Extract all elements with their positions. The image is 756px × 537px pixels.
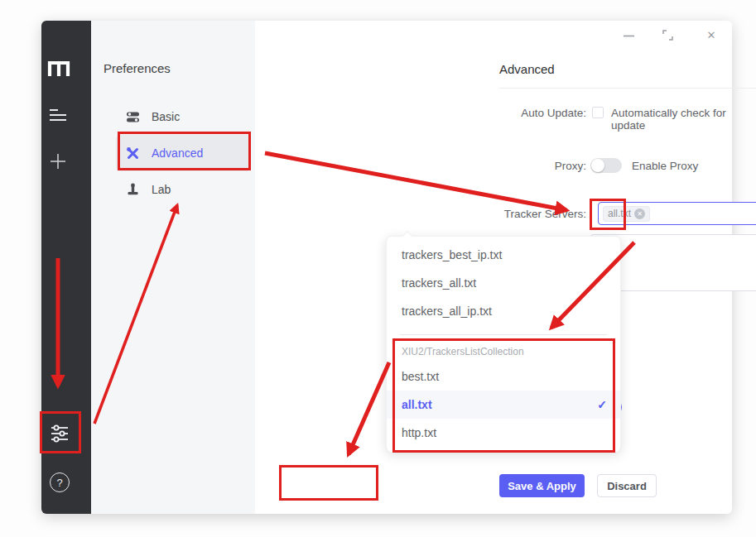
selected-tracker-tag: all.txt ✕: [603, 206, 650, 222]
preferences-button[interactable]: [48, 422, 71, 445]
dropdown-option[interactable]: http.txt: [387, 419, 620, 447]
nav-item-basic[interactable]: Basic: [116, 98, 250, 135]
tag-label: all.txt: [608, 208, 631, 219]
selected-option-label: all.txt: [402, 398, 432, 411]
auto-update-option-label: Automatically check for update: [611, 107, 732, 132]
tag-close-icon[interactable]: ✕: [634, 209, 645, 219]
auto-update-checkbox[interactable]: [592, 107, 604, 118]
page-heading: Advanced: [499, 62, 555, 76]
dropdown-option[interactable]: trackers_best_ip.txt: [387, 241, 620, 269]
add-task-icon[interactable]: [50, 152, 66, 170]
save-apply-button[interactable]: Save & Apply: [499, 474, 585, 497]
motrix-logo-icon: [46, 59, 71, 79]
proxy-toggle[interactable]: [590, 158, 622, 173]
preferences-title: Preferences: [104, 61, 171, 75]
discard-button[interactable]: Discard: [597, 474, 657, 497]
dropdown-group-label: XIU2/TrackersListCollection: [387, 341, 620, 362]
help-button[interactable]: ?: [48, 471, 71, 494]
proxy-label: Proxy:: [454, 160, 586, 172]
close-button[interactable]: ✕: [704, 27, 719, 42]
dropdown-option[interactable]: trackers_all.txt: [387, 269, 620, 297]
auto-update-label: Auto Update:: [454, 107, 586, 119]
dropdown-divider: [400, 334, 607, 335]
screenshot-stage: ? Preferences Basic: [0, 0, 756, 537]
dropdown-option[interactable]: best.txt: [387, 362, 620, 391]
toggle-knob: [591, 159, 604, 172]
tools-icon: [126, 146, 140, 161]
nav-item-lab[interactable]: Lab: [116, 171, 250, 208]
dropdown-option-selected[interactable]: all.txt ✓: [387, 391, 620, 419]
dropdown-option[interactable]: trackers_all_ip.txt: [387, 297, 620, 325]
task-list-icon[interactable]: [48, 106, 68, 124]
tracker-servers-label: Tracker Servers:: [454, 208, 586, 220]
maximize-button[interactable]: [660, 27, 675, 42]
nav-item-label: Advanced: [152, 146, 203, 160]
app-sidebar: ?: [41, 21, 91, 514]
nav-item-label: Basic: [152, 110, 180, 123]
proxy-option-label: Enable Proxy: [632, 160, 698, 172]
minimize-button[interactable]: [621, 28, 636, 43]
nav-item-advanced[interactable]: Advanced: [116, 135, 250, 171]
question-mark-icon: ?: [50, 472, 70, 492]
check-icon: ✓: [597, 391, 607, 419]
lab-stamp-icon: [126, 183, 140, 197]
nav-item-label: Lab: [152, 183, 171, 196]
tracker-dropdown: trackers_best_ip.txt trackers_all.txt tr…: [386, 236, 621, 453]
heading-divider: [499, 88, 756, 89]
toggles-icon: [126, 110, 140, 124]
tracker-servers-select[interactable]: all.txt ✕: [598, 202, 756, 225]
preferences-nav-panel: Preferences Basic: [91, 21, 255, 514]
